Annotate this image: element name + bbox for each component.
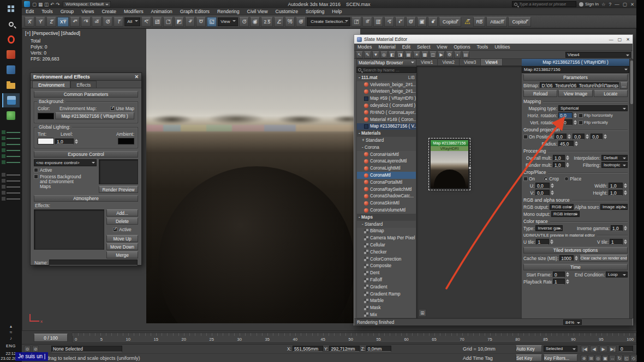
keyword-search[interactable] — [512, 1, 576, 7]
favorites-icon[interactable]: ☆ — [601, 2, 606, 7]
start-button[interactable] — [2, 2, 20, 16]
merge-button[interactable]: Merge — [106, 251, 138, 258]
inverse-gamma-input[interactable]: 1,0 — [611, 225, 623, 231]
workspace-dropdown[interactable]: Workspace: Default — [63, 1, 111, 7]
set-key-button[interactable]: Set Key — [516, 354, 542, 361]
crop-width-input[interactable]: 1,0 — [609, 183, 623, 189]
browser-search-input[interactable] — [363, 68, 415, 73]
sign-in-button[interactable]: Sign In — [579, 2, 599, 7]
show-end-result-icon[interactable]: ◎ — [380, 51, 387, 58]
menu-item[interactable]: Edit — [22, 9, 38, 14]
browser-item[interactable]: CoronaRaySwitchMtl — [357, 186, 416, 193]
render-mult-spinner[interactable] — [566, 162, 570, 168]
prev-frame-icon[interactable]: ◀ — [590, 346, 598, 352]
bitmap-path-field[interactable]: D:\06_Texture\06_Texture\hdri\Панорамы н… — [540, 82, 619, 88]
sme-select-icon[interactable]: ↖ — [356, 51, 363, 58]
filtering-dropdown[interactable]: Isotropic — [601, 162, 628, 168]
sme-menu-item[interactable]: Options — [450, 44, 473, 50]
tab-environment[interactable]: Environment — [32, 81, 70, 88]
play-icon[interactable]: ▶ — [599, 346, 607, 352]
percent-snap-icon[interactable]: % — [285, 17, 295, 27]
sme-menu-item[interactable]: Edit — [399, 44, 414, 50]
named-selection-dropdown[interactable]: Create Selection... — [307, 17, 350, 26]
browser-item[interactable]: Mix — [357, 311, 416, 318]
browser-item[interactable]: CoronaMtl — [357, 172, 416, 179]
overall-mult-input[interactable]: 1,0 — [553, 155, 565, 161]
mono-output-dropdown[interactable]: RGB intensi — [551, 211, 580, 217]
pan-tool-icon[interactable]: ⊞ — [419, 309, 426, 317]
open-file-icon[interactable]: ▦ — [38, 2, 43, 7]
inverse-gamma-spinner[interactable] — [624, 225, 628, 231]
taskbar-search-button[interactable] — [2, 17, 20, 31]
cache-size-input[interactable]: 1000 — [559, 255, 574, 261]
parameter-target-dropdown[interactable]: Map #2138627156 — [522, 66, 629, 73]
spinner-snap-icon[interactable]: ⊕ — [296, 17, 306, 27]
position-y-spinner[interactable] — [586, 134, 589, 140]
restore-window-icon[interactable]: ▢ — [623, 2, 627, 7]
unlink-selection-icon[interactable]: ⊘ — [103, 17, 112, 27]
rollout-exposure-control[interactable]: Exposure Control — [34, 151, 138, 158]
browser-item[interactable]: ColorCorrection — [357, 256, 416, 263]
rollout-atmosphere[interactable]: Atmosphere — [34, 195, 138, 202]
clear-cache-button[interactable]: Clear cache on render end — [580, 255, 628, 262]
app-red-button[interactable] — [2, 47, 20, 62]
locate-button[interactable]: Locate — [594, 90, 628, 97]
menu-item[interactable]: Scripting — [302, 9, 328, 14]
coord-y-input[interactable]: 292,712mm — [329, 346, 360, 352]
position-z-spinner[interactable] — [604, 134, 607, 140]
move-down-button[interactable]: Move Down — [106, 243, 138, 250]
crop-on-checkbox[interactable] — [523, 177, 528, 181]
show-realistic-icon[interactable]: ◨ — [397, 51, 404, 58]
sme-menu-item[interactable]: Utilities — [491, 44, 513, 50]
render-production-icon[interactable]: ● — [428, 17, 438, 27]
video-color-check-icon[interactable]: ◫ — [430, 51, 437, 58]
material-editor-icon[interactable]: ◐ — [395, 17, 405, 27]
add-time-tag[interactable]: Add Time Tag — [463, 355, 493, 361]
backlight-icon[interactable]: ☀ — [413, 51, 420, 58]
alpha-source-dropdown[interactable]: Image alph... — [600, 204, 628, 210]
rollout-time[interactable]: Time — [523, 264, 628, 270]
app-blue-button[interactable] — [2, 63, 20, 77]
exposure-active-checkbox[interactable] — [34, 168, 38, 172]
menu-item[interactable]: Views — [77, 9, 98, 14]
view-tab[interactable]: View1 — [416, 59, 438, 65]
close-window-icon[interactable]: ✕ — [630, 2, 634, 7]
add-effect-button[interactable]: Add... — [106, 209, 138, 216]
snap-toggle-button[interactable]: 2.5 — [261, 17, 273, 27]
menu-item[interactable]: Civil View — [243, 9, 272, 14]
warning-icon[interactable]: ⚠ — [462, 17, 472, 27]
sme-maximize-icon[interactable]: ▢ — [618, 37, 622, 42]
render-setup-icon[interactable]: ⚙ — [406, 17, 416, 27]
reference-coordinate-dropdown[interactable]: View — [218, 17, 238, 26]
close-icon[interactable]: ✕ — [134, 74, 139, 80]
material-map-navigator-icon[interactable]: ▤ — [462, 51, 469, 58]
render-mult-input[interactable]: 1,0 — [553, 162, 565, 168]
sme-menu-item[interactable]: Tools — [474, 44, 492, 50]
crop-height-spinner[interactable] — [624, 190, 628, 196]
playback-rate-spinner[interactable] — [566, 279, 570, 285]
dolly-icon[interactable]: ◇ — [630, 355, 637, 361]
browser-item[interactable]: Bitmap — [357, 228, 416, 235]
window-crossing-icon[interactable]: ◩ — [174, 17, 184, 27]
environment-map-button[interactable]: Map #2138627156 ( VRayHDRI ) — [55, 112, 134, 119]
ambient-color-swatch[interactable] — [118, 138, 134, 144]
active-view-dropdown[interactable]: View4 — [565, 52, 631, 58]
browser-item[interactable]: Cellular — [357, 242, 416, 249]
browser-item[interactable]: CoronaVolumeMtl — [357, 207, 416, 214]
params-scrollbar[interactable] — [629, 59, 633, 318]
browser-item[interactable]: - Standard — [357, 221, 416, 228]
rendered-frame-icon[interactable]: ▣ — [417, 17, 427, 27]
process-background-checkbox[interactable] — [34, 174, 38, 179]
browser-item[interactable]: - Materials — [357, 130, 416, 137]
track-bar-ruler[interactable]: 0510152025303540455055606570758085909510… — [72, 333, 636, 343]
attach-button[interactable]: Attach — [486, 17, 507, 27]
u-tile-input[interactable]: 1 — [536, 239, 549, 245]
use-map-checkbox[interactable] — [110, 106, 115, 111]
browser-item[interactable]: CoronaSkinMtl — [357, 200, 416, 207]
menu-item[interactable]: Group — [57, 9, 77, 14]
sme-menu-item[interactable]: Modes — [354, 44, 375, 50]
crop-u-input[interactable]: 0,0 — [535, 183, 550, 189]
orbit-icon[interactable]: ↻ — [616, 355, 623, 361]
radius-spinner[interactable] — [575, 141, 579, 147]
select-and-link-icon[interactable]: ∞ — [92, 17, 102, 27]
